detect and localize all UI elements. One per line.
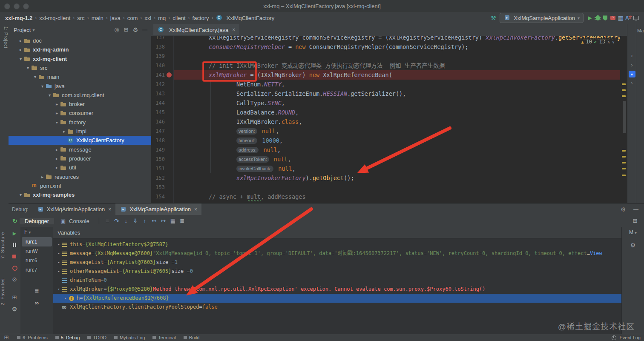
zoom-window-icon[interactable] [23, 3, 29, 9]
code-line[interactable]: xxlRpcInvokerFactory).getObject(); [178, 173, 621, 183]
code-line[interactable]: timeout: 10000, [178, 136, 621, 145]
close-window-icon[interactable] [4, 3, 10, 9]
line-number[interactable]: 148 [152, 136, 165, 145]
breadcrumb-item[interactable]: XxlMqClientFactory [215, 14, 276, 21]
restore-layout-icon[interactable] [11, 294, 18, 301]
inspections-widget[interactable]: ▲ 10 ✔ 13 ∧ ∨ [578, 38, 618, 45]
statusbar-item[interactable]: Terminal [152, 335, 176, 340]
debug-tab[interactable]: XxlMqSampleApplication× [115, 203, 201, 215]
settings-icon[interactable] [629, 241, 637, 249]
chevron-expanded-icon[interactable]: ▾ [46, 93, 53, 97]
translate-icon[interactable] [624, 14, 632, 22]
chevron-collapsed-icon[interactable]: ▸ [54, 111, 60, 115]
code-line[interactable]: version: null, [178, 126, 621, 136]
step-into-icon[interactable] [122, 217, 130, 225]
monitor-icon[interactable] [632, 14, 640, 22]
breadcrumb-item[interactable]: xxl [144, 15, 152, 21]
tree-item[interactable]: ▸broker [9, 100, 151, 109]
breakpoint-icon[interactable] [167, 72, 172, 77]
project-panel-title[interactable]: Project [14, 27, 31, 33]
chevron-icon[interactable] [628, 79, 636, 87]
chevron-collapsed-icon[interactable]: ▸ [39, 175, 46, 179]
tree-item[interactable]: ▾xxl-mq-client [9, 54, 151, 63]
code-editor[interactable]: 137 XxlRegistryServiceRegistry commonSer… [151, 36, 627, 203]
tool-button-maven[interactable]: Maven [637, 28, 644, 33]
code-line[interactable]: // async + mult, addMessages [178, 192, 621, 201]
statusbar-item[interactable]: TODO [87, 335, 106, 340]
line-number[interactable]: 143 [152, 89, 165, 98]
thread-item[interactable]: run:6 [22, 256, 52, 265]
highlighted-tool-icon[interactable] [629, 71, 635, 77]
code-line[interactable]: LoadBalance.ROUND, [178, 108, 621, 117]
frames-filter[interactable]: F ▾ [20, 227, 53, 237]
tree-item[interactable]: ▸producer [9, 154, 151, 163]
step-out-icon[interactable] [141, 217, 149, 225]
tree-item[interactable]: ▾factory [9, 118, 151, 127]
line-number[interactable]: 140 [152, 61, 165, 70]
line-number[interactable]: 149 [152, 145, 165, 155]
breadcrumb-item[interactable]: factory [192, 15, 210, 21]
line-number[interactable]: 150 [152, 155, 165, 164]
chevron-expanded-icon[interactable]: ▾ [39, 84, 46, 89]
variable-row[interactable]: ▸this = {XxlMqClientFactory$2@7587} [53, 240, 622, 249]
thread-item[interactable]: run:1 [22, 237, 52, 246]
error-stripe[interactable] [620, 36, 627, 203]
view-table-icon[interactable] [169, 217, 177, 225]
statusbar-item[interactable]: Mybatis Log [114, 335, 145, 340]
tree-item[interactable]: XxlMqClientFactory [9, 136, 151, 145]
tree-item[interactable]: ▸consumer [9, 109, 151, 117]
chevron-collapsed-icon[interactable]: ▸ [54, 156, 60, 161]
close-icon[interactable]: × [194, 206, 197, 212]
tree-item[interactable]: pom.xml [9, 181, 151, 190]
chevron-expanded-icon[interactable]: ▾ [56, 285, 62, 294]
code-line[interactable]: NetEnum.NETTY, [178, 80, 621, 89]
code-line[interactable] [178, 52, 621, 61]
tree-item[interactable]: ▾java [9, 82, 151, 91]
chevron-expanded-icon[interactable]: ▾ [32, 75, 38, 79]
settings-icon[interactable] [11, 305, 18, 313]
editor-tab[interactable]: XxlMqClientFactory.java × [153, 24, 239, 35]
layout-icon[interactable] [104, 217, 111, 225]
tree-item[interactable]: ▸doc [9, 36, 151, 45]
minimize-icon[interactable] [632, 206, 640, 213]
statusbar-item[interactable]: 5: Debug [55, 335, 80, 340]
view-tab-console[interactable]: Console [54, 218, 95, 225]
chevron-collapsed-icon[interactable]: ▸ [54, 102, 60, 106]
chevron-collapsed-icon[interactable]: ▸ [54, 165, 60, 170]
run-configuration-select[interactable]: XxlMqSampleApplication ▾ [500, 13, 584, 23]
chevron-expanded-icon[interactable]: ▾ [25, 66, 31, 70]
event-log-icon[interactable] [610, 334, 618, 341]
code-line[interactable]: accessToken: null, [178, 155, 621, 164]
code-line[interactable]: consumerRegistryHelper = new ConsumerReg… [178, 42, 621, 52]
variable-row[interactable]: ▸messageList = {ArrayList@7603} size = 1 [53, 258, 622, 267]
line-number[interactable]: 151 [152, 164, 165, 173]
coverage-icon[interactable] [601, 14, 609, 22]
settings-icon[interactable] [619, 206, 627, 213]
chevron-expanded-icon[interactable]: ▾ [17, 192, 24, 197]
chevron-collapsed-icon[interactable]: ▸ [56, 267, 62, 276]
mute-breakpoints-icon[interactable] [11, 275, 18, 283]
breadcrumb-item[interactable]: mq [157, 15, 167, 21]
line-number[interactable]: 154 [152, 192, 165, 201]
line-number[interactable]: 152 [152, 173, 165, 183]
breadcrumb-item[interactable]: src [76, 15, 85, 21]
tree-item[interactable]: ▸impl [9, 127, 151, 136]
stop-icon[interactable] [11, 252, 18, 260]
debug-tab[interactable]: XxlMqAdminApplication× [33, 203, 116, 215]
line-number[interactable]: 145 [152, 108, 165, 117]
line-number[interactable]: 139 [152, 52, 165, 61]
close-icon[interactable]: × [232, 27, 235, 33]
tree-item[interactable]: ▾xxl-mq-samples [9, 190, 151, 199]
breadcrumb-item[interactable]: xxl-mq-client [38, 15, 71, 21]
collapse-all-icon[interactable] [122, 26, 130, 34]
variable-row[interactable]: drainToNum = 0 [53, 276, 622, 285]
line-number[interactable]: 137 [152, 36, 165, 42]
play-icon[interactable] [586, 14, 594, 22]
chevron-collapsed-icon[interactable]: ▸ [61, 129, 67, 134]
resume-icon[interactable] [11, 229, 18, 237]
chevron-collapsed-icon[interactable]: ▸ [56, 240, 62, 249]
hide-icon[interactable] [141, 26, 149, 34]
tree-item[interactable]: ▾src [9, 63, 151, 72]
settings-icon[interactable] [132, 26, 139, 34]
line-number[interactable]: 138 [152, 42, 165, 52]
